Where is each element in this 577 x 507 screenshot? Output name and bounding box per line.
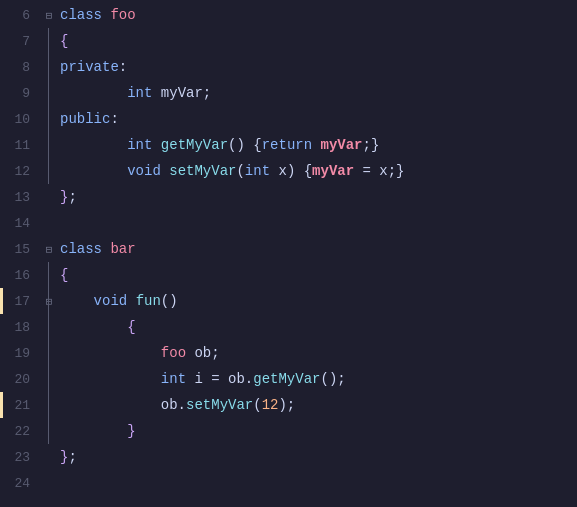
code-line: 9 int myVar; [0,80,577,106]
gutter [42,184,56,210]
line-number: 8 [0,54,42,80]
code-line: 18 { [0,314,577,340]
token-brace: } [60,184,68,210]
fold-icon[interactable]: ⊟ [43,295,55,307]
change-indicator [0,288,3,314]
gutter [42,210,56,236]
vertical-guide-line [48,106,49,132]
token-fn-name: setMyVar [186,392,253,418]
line-number: 7 [0,28,42,54]
code-content: int getMyVar() {return myVar;} [56,132,577,158]
code-line: 15⊟class bar [0,236,577,262]
token-plain: ; [68,444,76,470]
token-brace: { [60,28,68,54]
code-content: { [56,28,577,54]
code-content: public: [56,106,577,132]
token-plain [161,158,169,184]
token-bold-var: myVar [312,158,354,184]
code-line: 10public: [0,106,577,132]
token-plain [127,288,135,314]
code-content: class foo [56,2,577,28]
token-plain: x) { [270,158,312,184]
code-line: 21 ob.setMyVar(12); [0,392,577,418]
code-line: 8private: [0,54,577,80]
line-number: 13 [0,184,42,210]
line-number: 14 [0,210,42,236]
token-plain: ; [68,184,76,210]
code-line: 22 } [0,418,577,444]
code-line: 11 int getMyVar() {return myVar;} [0,132,577,158]
gutter [42,132,56,158]
token-class-name: foo [161,340,186,366]
line-number: 18 [0,314,42,340]
token-brace: } [60,444,68,470]
token-plain [152,132,160,158]
vertical-guide-line [48,80,49,106]
token-plain: () [161,288,178,314]
vertical-guide-line [48,340,49,366]
token-fn-name: getMyVar [253,366,320,392]
code-line: 19 foo ob; [0,340,577,366]
line-number: 6 [0,2,42,28]
token-fn-name: getMyVar [161,132,228,158]
token-plain [152,80,160,106]
gutter [42,54,56,80]
line-number: 16 [0,262,42,288]
token-plain [60,314,127,340]
code-content: int i = ob.getMyVar(); [56,366,577,392]
vertical-guide-line [48,392,49,418]
code-content: }; [56,184,577,210]
token-kw: private [60,54,119,80]
token-plain: (); [320,366,345,392]
vertical-guide-line [48,314,49,340]
token-plain: () { [228,132,262,158]
token-plain: ( [253,392,261,418]
line-number: 21 [0,392,42,418]
line-number: 23 [0,444,42,470]
code-content: ob.setMyVar(12); [56,392,577,418]
token-plain [102,236,110,262]
gutter [42,470,56,496]
token-brace: { [127,314,135,340]
token-plain [312,132,320,158]
line-number: 15 [0,236,42,262]
token-plain: : [119,54,127,80]
line-number: 24 [0,470,42,496]
code-content [56,210,577,236]
gutter: ⊟ [42,288,56,314]
vertical-guide-line [48,28,49,54]
code-editor: 6⊟class foo7{8private:9 int myVar;10publ… [0,0,577,507]
vertical-guide-line [48,54,49,80]
fold-icon[interactable]: ⊟ [43,9,55,21]
line-number: 10 [0,106,42,132]
token-plain [60,158,127,184]
token-kw: void [94,288,128,314]
line-number: 12 [0,158,42,184]
fold-icon[interactable]: ⊟ [43,243,55,255]
gutter [42,106,56,132]
code-content: { [56,314,577,340]
token-plain [60,418,127,444]
gutter [42,28,56,54]
token-plain: ob. [60,392,186,418]
code-line: 24 [0,470,577,496]
token-kw: public [60,106,110,132]
token-kw: return [262,132,312,158]
token-plain: ob; [186,340,220,366]
token-plain: i = ob. [186,366,253,392]
token-plain [60,340,161,366]
gutter [42,392,56,418]
code-content: private: [56,54,577,80]
token-plain: : [110,106,118,132]
code-line: 17⊟ void fun() [0,288,577,314]
token-plain: ( [236,158,244,184]
gutter [42,366,56,392]
token-kw: int [127,80,152,106]
token-bold-var: myVar [321,132,363,158]
vertical-guide-line [48,288,49,314]
vertical-guide-line [48,262,49,288]
line-number: 20 [0,366,42,392]
change-indicator [0,392,3,418]
token-kw: class [60,2,102,28]
code-content: { [56,262,577,288]
